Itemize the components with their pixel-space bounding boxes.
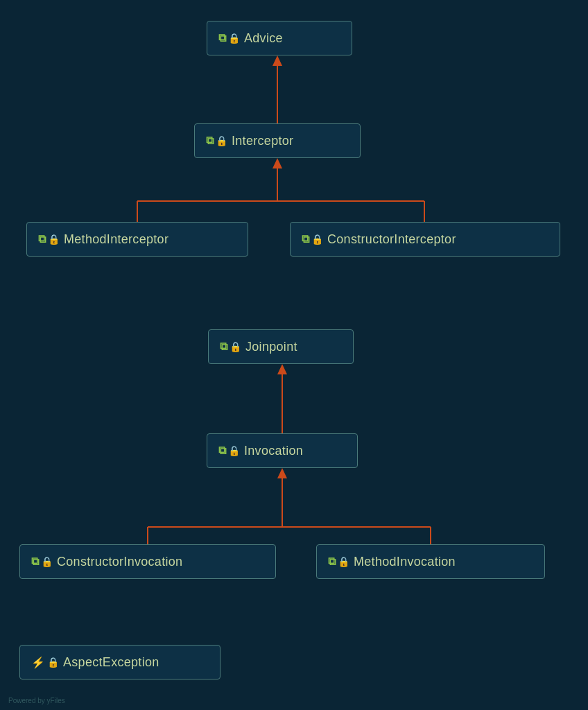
watermark: Powered by yFiles xyxy=(8,697,65,704)
node-method-interceptor[interactable]: ⧉ 🔒 MethodInterceptor xyxy=(26,222,248,257)
lock-symbol: 🔒 xyxy=(230,341,241,352)
lightning-symbol: ⚡ xyxy=(31,656,45,669)
svg-marker-13 xyxy=(277,468,287,478)
node-constructor-invocation[interactable]: ⧉ 🔒 ConstructorInvocation xyxy=(19,544,276,579)
invocation-label: Invocation xyxy=(244,444,303,458)
method-interceptor-label: MethodInterceptor xyxy=(64,232,168,247)
lock-symbol: 🔒 xyxy=(216,135,227,146)
interface-icon-constructor-invocation: ⧉ 🔒 xyxy=(31,555,53,568)
class-symbol: ⧉ xyxy=(218,444,226,457)
svg-marker-5 xyxy=(273,158,282,168)
lock-symbol: 🔒 xyxy=(41,556,53,567)
node-interceptor[interactable]: ⧉ 🔒 Interceptor xyxy=(194,123,361,158)
node-advice[interactable]: ⧉ 🔒 Advice xyxy=(207,21,352,55)
interface-icon-method-invocation: ⧉ 🔒 xyxy=(328,555,349,568)
lock-symbol: 🔒 xyxy=(48,234,60,245)
node-aspect-exception[interactable]: ⚡ 🔒 AspectException xyxy=(19,645,220,679)
diagram-container: ⧉ 🔒 Advice ⧉ 🔒 Interceptor ⧉ 🔒 MethodInt… xyxy=(0,0,588,710)
constructor-interceptor-label: ConstructorInterceptor xyxy=(327,232,456,247)
lock-symbol: 🔒 xyxy=(228,33,240,44)
class-symbol: ⧉ xyxy=(302,233,309,245)
lock-symbol: 🔒 xyxy=(338,556,349,567)
node-joinpoint[interactable]: ⧉ 🔒 Joinpoint xyxy=(208,329,354,364)
interface-icon-joinpoint: ⧉ 🔒 xyxy=(220,340,241,353)
interface-icon-advice: ⧉ 🔒 xyxy=(218,32,240,44)
node-invocation[interactable]: ⧉ 🔒 Invocation xyxy=(207,433,358,468)
aspect-exception-label: AspectException xyxy=(63,655,159,670)
class-symbol: ⧉ xyxy=(328,555,336,568)
advice-label: Advice xyxy=(244,31,283,46)
class-symbol: ⧉ xyxy=(206,135,214,147)
class-symbol: ⧉ xyxy=(38,233,46,245)
method-invocation-label: MethodInvocation xyxy=(354,555,456,569)
class-symbol: ⧉ xyxy=(218,32,226,44)
class-symbol: ⧉ xyxy=(220,340,227,353)
svg-marker-1 xyxy=(273,55,282,66)
interceptor-label: Interceptor xyxy=(232,134,293,148)
svg-marker-9 xyxy=(277,364,287,374)
lock-symbol: 🔒 xyxy=(228,445,240,456)
interface-icon-invocation: ⧉ 🔒 xyxy=(218,444,240,457)
interface-icon-method-interceptor: ⧉ 🔒 xyxy=(38,233,60,245)
node-method-invocation[interactable]: ⧉ 🔒 MethodInvocation xyxy=(316,544,545,579)
constructor-invocation-label: ConstructorInvocation xyxy=(57,555,182,569)
node-constructor-interceptor[interactable]: ⧉ 🔒 ConstructorInterceptor xyxy=(290,222,560,257)
interface-icon-interceptor: ⧉ 🔒 xyxy=(206,135,227,147)
lock-symbol: 🔒 xyxy=(311,234,323,245)
joinpoint-label: Joinpoint xyxy=(245,340,297,354)
lock-symbol: 🔒 xyxy=(47,657,59,668)
lightning-icon-aspect-exception: ⚡ 🔒 xyxy=(31,656,59,669)
interface-icon-constructor-interceptor: ⧉ 🔒 xyxy=(302,233,323,245)
class-symbol: ⧉ xyxy=(31,555,39,568)
